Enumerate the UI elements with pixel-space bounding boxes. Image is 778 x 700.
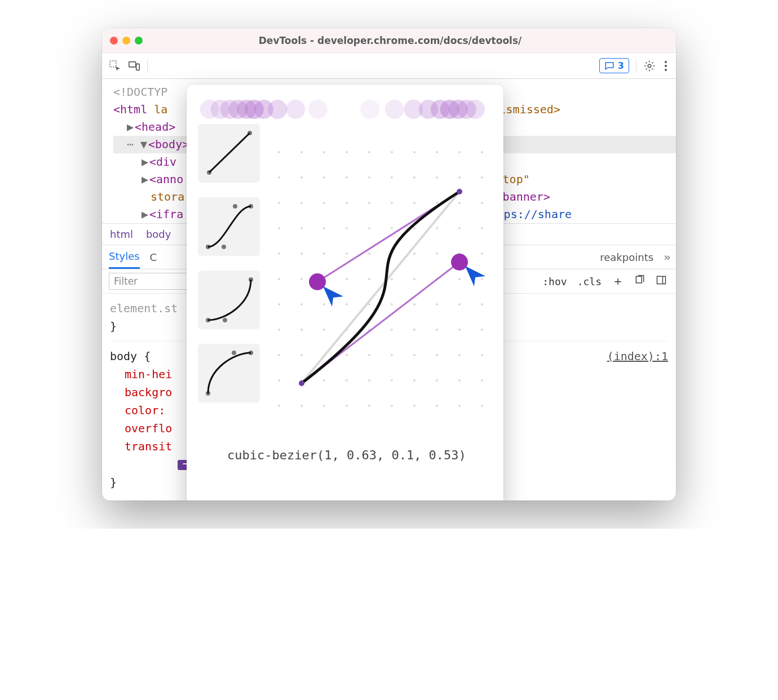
body-node-selected[interactable]: <body> bbox=[148, 138, 189, 151]
svg-point-94 bbox=[413, 278, 415, 280]
doctype-node: <!DOCTYP bbox=[113, 85, 167, 99]
devtools-toolbar: 3 bbox=[102, 53, 676, 79]
svg-point-47 bbox=[481, 151, 483, 153]
cls-toggle[interactable]: .cls bbox=[575, 276, 604, 287]
svg-point-103 bbox=[391, 303, 393, 305]
svg-point-130 bbox=[323, 379, 325, 382]
svg-point-49 bbox=[300, 176, 303, 179]
svg-point-30 bbox=[233, 204, 237, 209]
feedback-count: 3 bbox=[618, 60, 624, 71]
svg-point-151 bbox=[299, 380, 304, 386]
svg-line-148 bbox=[302, 192, 459, 383]
svg-point-108 bbox=[278, 329, 280, 331]
bezier-handle-p1[interactable] bbox=[451, 254, 468, 271]
svg-point-78 bbox=[278, 252, 280, 255]
devtools-window: DevTools - developer.chrome.com/docs/dev… bbox=[102, 28, 676, 500]
svg-point-118 bbox=[278, 354, 280, 356]
filter-input[interactable]: Filter bbox=[109, 273, 188, 290]
svg-point-97 bbox=[481, 278, 483, 280]
tab-breakpoints[interactable]: reakpoints bbox=[600, 245, 653, 269]
bezier-curve-canvas[interactable] bbox=[268, 124, 493, 442]
svg-rect-1 bbox=[129, 61, 136, 67]
prop-transition[interactable]: transit bbox=[110, 440, 172, 453]
toggle-sidebar-icon[interactable] bbox=[653, 274, 669, 288]
head-node[interactable]: <head> bbox=[135, 120, 175, 134]
anno-node[interactable]: <anno bbox=[149, 172, 183, 186]
svg-point-56 bbox=[458, 176, 461, 179]
bezier-value-label: cubic-bezier(1, 0.63, 0.1, 0.53) bbox=[198, 448, 492, 462]
svg-point-77 bbox=[481, 227, 483, 229]
storage-attr: stora bbox=[151, 190, 184, 203]
svg-point-128 bbox=[278, 379, 280, 382]
tab-styles[interactable]: Styles bbox=[109, 245, 140, 269]
more-tabs-icon[interactable]: » bbox=[664, 250, 669, 264]
close-window-button[interactable] bbox=[110, 37, 118, 45]
svg-point-57 bbox=[481, 176, 483, 179]
svg-point-17 bbox=[360, 100, 379, 119]
body-selector[interactable]: body { bbox=[110, 349, 151, 363]
feedback-button[interactable]: 3 bbox=[599, 58, 629, 73]
svg-point-84 bbox=[413, 252, 415, 255]
svg-point-136 bbox=[458, 379, 461, 382]
svg-point-79 bbox=[300, 252, 303, 255]
svg-point-42 bbox=[368, 151, 370, 153]
element-style-selector[interactable]: element.st bbox=[110, 302, 178, 315]
style-source-link[interactable]: (index):1 bbox=[607, 347, 668, 365]
preset-ease-in-out[interactable] bbox=[198, 197, 260, 256]
preset-linear[interactable] bbox=[198, 124, 260, 183]
svg-point-137 bbox=[481, 379, 483, 382]
bezier-handle-p2[interactable] bbox=[309, 273, 326, 290]
preset-ease-in[interactable] bbox=[198, 271, 260, 329]
maximize-window-button[interactable] bbox=[135, 37, 143, 45]
svg-point-52 bbox=[368, 176, 370, 179]
preset-ease-out[interactable] bbox=[198, 344, 260, 402]
div-node[interactable]: <div bbox=[149, 155, 176, 169]
svg-point-139 bbox=[300, 405, 303, 407]
gear-icon[interactable] bbox=[643, 60, 656, 72]
svg-point-106 bbox=[458, 303, 461, 305]
cubic-bezier-editor[interactable]: cubic-bezier(1, 0.63, 0.1, 0.53) bbox=[187, 85, 503, 500]
svg-point-132 bbox=[368, 379, 370, 382]
svg-point-124 bbox=[413, 354, 415, 356]
svg-point-141 bbox=[346, 405, 348, 407]
svg-point-85 bbox=[436, 252, 438, 255]
html-tag[interactable]: <html bbox=[113, 103, 147, 116]
svg-point-88 bbox=[278, 278, 280, 280]
svg-point-45 bbox=[436, 151, 438, 153]
iframe-node[interactable]: <ifra bbox=[149, 207, 183, 221]
svg-point-152 bbox=[457, 189, 462, 194]
svg-point-68 bbox=[278, 227, 280, 229]
svg-point-43 bbox=[391, 151, 393, 153]
breadcrumb-body[interactable]: body bbox=[146, 228, 171, 240]
svg-point-44 bbox=[413, 151, 415, 153]
svg-point-33 bbox=[223, 318, 227, 322]
svg-point-87 bbox=[481, 252, 483, 255]
svg-point-100 bbox=[323, 303, 325, 305]
svg-point-70 bbox=[323, 227, 325, 229]
more-menu-icon[interactable] bbox=[662, 59, 669, 73]
hov-toggle[interactable]: :hov bbox=[540, 276, 569, 287]
svg-point-80 bbox=[323, 252, 325, 255]
svg-point-126 bbox=[458, 354, 461, 356]
svg-rect-0 bbox=[110, 60, 116, 67]
copy-styles-icon[interactable] bbox=[632, 274, 648, 288]
svg-point-89 bbox=[300, 278, 303, 280]
breadcrumb-html[interactable]: html bbox=[110, 228, 133, 240]
svg-point-115 bbox=[436, 329, 438, 331]
svg-point-64 bbox=[413, 202, 415, 204]
svg-point-121 bbox=[346, 354, 348, 356]
svg-point-14 bbox=[268, 100, 287, 119]
minimize-window-button[interactable] bbox=[122, 37, 130, 45]
svg-point-54 bbox=[413, 176, 415, 179]
tab-computed[interactable]: C bbox=[150, 245, 157, 269]
titlebar: DevTools - developer.chrome.com/docs/dev… bbox=[102, 28, 676, 53]
svg-point-41 bbox=[346, 151, 348, 153]
svg-point-101 bbox=[346, 303, 348, 305]
inspect-element-icon[interactable] bbox=[109, 60, 121, 72]
device-toggle-icon[interactable] bbox=[128, 60, 140, 72]
new-style-rule-icon[interactable]: ＋ bbox=[609, 273, 626, 290]
svg-point-114 bbox=[413, 329, 415, 331]
svg-point-98 bbox=[278, 303, 280, 305]
svg-point-131 bbox=[346, 379, 348, 382]
svg-point-66 bbox=[458, 202, 461, 204]
